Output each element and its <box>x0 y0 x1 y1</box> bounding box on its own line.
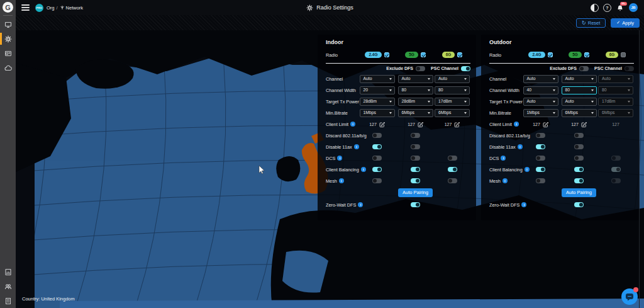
help-icon[interactable]: ? <box>603 4 611 12</box>
indoor-bitrate-select-6g[interactable]: 6Mbps <box>435 109 470 117</box>
info-icon[interactable] <box>502 178 508 183</box>
outdoor-mesh-toggle-5g[interactable] <box>574 178 584 183</box>
outdoor-tx-power-select-6g[interactable]: 17dBm <box>598 98 633 106</box>
outdoor-mesh-toggle-6g[interactable] <box>611 178 621 183</box>
indoor-band-checkbox-6g[interactable] <box>457 52 462 57</box>
info-icon[interactable] <box>339 178 344 183</box>
edit-icon[interactable] <box>418 122 423 127</box>
outdoor-bitrate-select-6g[interactable]: 6Mbps <box>598 109 633 117</box>
sidebar-item-cloud[interactable] <box>0 60 16 75</box>
indoor-11ax-toggle-5g[interactable] <box>411 144 420 149</box>
info-icon[interactable] <box>521 202 526 207</box>
indoor-dcs-toggle-24g[interactable] <box>372 156 382 161</box>
sidebar-item-news[interactable] <box>0 46 16 60</box>
outdoor-zerowait-toggle-5g[interactable] <box>574 202 584 207</box>
info-icon[interactable] <box>350 122 355 127</box>
sidebar-item-sites[interactable] <box>0 294 16 308</box>
outdoor-psc-channel-toggle[interactable] <box>625 66 634 71</box>
indoor-channel-width-select-6g[interactable]: 80 <box>435 86 470 94</box>
outdoor-channel-select-5g[interactable]: Auto <box>562 75 597 83</box>
breadcrumb-network[interactable]: Network <box>66 5 84 11</box>
indoor-dcs-toggle-5g[interactable] <box>411 156 420 161</box>
indoor-tx-power-select-5g[interactable]: 28dBm <box>398 98 433 106</box>
outdoor-balancing-toggle-24g[interactable] <box>536 167 545 172</box>
outdoor-dcs-toggle-6g[interactable] <box>611 156 621 161</box>
edit-icon[interactable] <box>454 122 460 127</box>
outdoor-band-checkbox-24g[interactable] <box>548 52 553 57</box>
sidebar-item-users[interactable] <box>0 279 16 294</box>
reset-button[interactable]: Reset <box>576 18 606 28</box>
outdoor-11ax-toggle-24g[interactable] <box>536 144 545 149</box>
edit-icon[interactable] <box>581 122 587 127</box>
indoor-exclude-dfs-toggle[interactable] <box>416 66 425 71</box>
indoor-band-checkbox-24g[interactable] <box>384 52 389 57</box>
indoor-discard-toggle-24g[interactable] <box>372 133 382 138</box>
outdoor-balancing-toggle-5g[interactable] <box>574 167 584 172</box>
sidebar-item-reports[interactable] <box>0 265 16 279</box>
outdoor-discard-toggle-24g[interactable] <box>536 133 545 138</box>
menu-icon[interactable] <box>21 4 30 11</box>
info-icon[interactable] <box>514 122 519 127</box>
info-icon[interactable] <box>337 156 342 161</box>
indoor-balancing-toggle-6g[interactable] <box>448 167 457 172</box>
indoor-mesh-toggle-6g[interactable] <box>448 178 457 183</box>
indoor-channel-width-select-5g[interactable]: 80 <box>398 86 433 94</box>
indoor-mesh-toggle-24g[interactable] <box>372 178 382 183</box>
apply-button[interactable]: Apply <box>611 18 640 28</box>
outdoor-mesh-toggle-24g[interactable] <box>536 178 545 183</box>
topbar: PRO Org / Network Radio Settings ? 99+ J… <box>16 0 644 15</box>
outdoor-dcs-toggle-24g[interactable] <box>536 156 545 161</box>
avatar[interactable]: JB <box>629 3 638 12</box>
outdoor-channel-select-24g[interactable]: Auto <box>523 75 558 83</box>
info-icon[interactable] <box>358 202 363 207</box>
report-icon <box>4 268 12 276</box>
indoor-balancing-toggle-24g[interactable] <box>372 167 382 172</box>
indoor-bitrate-select-24g[interactable]: 1Mbps <box>360 109 395 117</box>
outdoor-11ax-toggle-5g[interactable] <box>574 144 584 149</box>
outdoor-discard-toggle-5g[interactable] <box>574 133 584 138</box>
sidebar-item-settings[interactable] <box>0 31 16 46</box>
info-icon[interactable] <box>501 156 506 161</box>
scrollbar-track[interactable] <box>639 30 640 308</box>
outdoor-row-channel-width: Channel Width 40 80 80 <box>481 84 640 96</box>
indoor-balancing-toggle-5g[interactable] <box>411 167 420 172</box>
outdoor-dcs-toggle-5g[interactable] <box>574 156 584 161</box>
indoor-channel-select-24g[interactable]: Auto <box>360 75 395 83</box>
outdoor-bitrate-select-24g[interactable]: 1Mbps <box>523 109 558 117</box>
outdoor-tx-power-select-5g[interactable]: Auto <box>562 98 597 106</box>
indoor-11ax-toggle-24g[interactable] <box>372 144 382 149</box>
outdoor-channel-select-6g[interactable]: Auto <box>598 75 633 83</box>
notifications-button[interactable]: 99+ <box>616 3 625 12</box>
outdoor-channel-width-select-5g[interactable]: 80 <box>562 86 597 94</box>
outdoor-bitrate-select-5g[interactable]: 6Mbps <box>562 109 597 117</box>
indoor-auto-pairing-button[interactable]: Auto Pairing <box>398 188 433 197</box>
edit-icon[interactable] <box>379 122 385 127</box>
indoor-zerowait-toggle-5g[interactable] <box>411 202 420 207</box>
sidebar-item-monitoring[interactable] <box>0 17 16 31</box>
outdoor-channel-width-select-24g[interactable]: 40 <box>523 86 558 94</box>
indoor-channel-select-6g[interactable]: Auto <box>435 75 470 83</box>
outdoor-balancing-toggle-6g[interactable] <box>611 167 621 172</box>
outdoor-band-checkbox-5g[interactable] <box>584 52 589 57</box>
edit-icon[interactable] <box>543 122 548 127</box>
outdoor-auto-pairing-button[interactable]: Auto Pairing <box>562 188 596 197</box>
theme-toggle-icon[interactable] <box>591 4 599 12</box>
indoor-mesh-toggle-5g[interactable] <box>411 178 420 183</box>
indoor-psc-channel-toggle[interactable] <box>461 66 470 71</box>
indoor-dcs-toggle-6g[interactable] <box>448 156 457 161</box>
indoor-row-mesh: Mesh <box>318 175 476 186</box>
outdoor-exclude-dfs-toggle[interactable] <box>579 66 589 71</box>
indoor-channel-select-5g[interactable]: Auto <box>398 75 433 83</box>
chat-button[interactable] <box>621 288 638 305</box>
indoor-tx-power-select-24g[interactable]: 28dBm <box>360 98 395 106</box>
outdoor-band-checkbox-6g[interactable] <box>621 52 626 57</box>
sidebar-divider <box>3 15 13 16</box>
outdoor-tx-power-select-24g[interactable]: Auto <box>523 98 558 106</box>
indoor-tx-power-select-6g[interactable]: 17dBm <box>435 98 470 106</box>
outdoor-channel-width-select-6g[interactable]: 80 <box>598 86 633 94</box>
indoor-discard-toggle-5g[interactable] <box>411 133 420 138</box>
indoor-bitrate-select-5g[interactable]: 6Mbps <box>398 109 433 117</box>
indoor-band-checkbox-5g[interactable] <box>421 52 426 57</box>
indoor-channel-width-select-24g[interactable]: 20 <box>360 86 395 94</box>
breadcrumb-org[interactable]: Org <box>47 5 55 11</box>
